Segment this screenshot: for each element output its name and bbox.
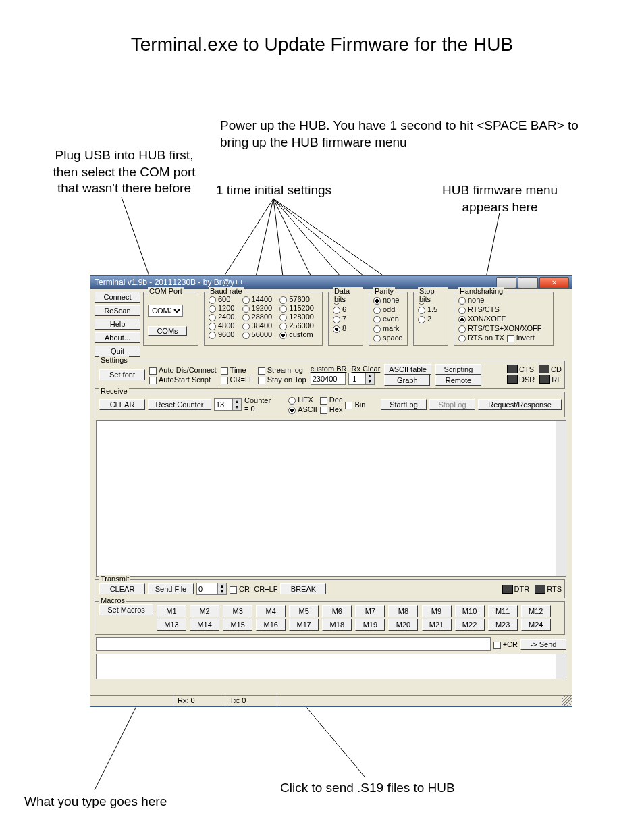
macro-m9[interactable]: M9	[422, 605, 452, 617]
baud-19200[interactable]: 19200	[242, 304, 273, 313]
chk-stayontop[interactable]: Stay on Top	[258, 375, 306, 384]
send-input[interactable]	[96, 637, 491, 651]
macro-m12[interactable]: M12	[521, 605, 551, 617]
macro-m14[interactable]: M14	[190, 619, 219, 631]
rescan-button[interactable]: ReScan	[95, 305, 140, 316]
macro-m3[interactable]: M3	[223, 605, 252, 617]
hs-none[interactable]: none	[458, 295, 550, 305]
macro-m23[interactable]: M23	[488, 619, 518, 631]
macro-m13[interactable]: M13	[157, 619, 186, 631]
baud-9600[interactable]: 9600	[209, 330, 234, 339]
chk-autodis[interactable]: Auto Dis/Connect	[149, 365, 217, 375]
macro-m8[interactable]: M8	[388, 605, 418, 617]
macro-m2[interactable]: M2	[190, 605, 219, 617]
chk-autostart[interactable]: AutoStart Script	[149, 375, 217, 384]
parity-space[interactable]: space	[373, 333, 404, 342]
baud-2400[interactable]: 2400	[209, 313, 234, 321]
tx-num-spin[interactable]: ▲▼	[196, 583, 227, 595]
set-font-button[interactable]: Set font	[99, 369, 145, 380]
send-file-button[interactable]: Send File	[148, 583, 194, 594]
rx-clear-button[interactable]: CLEAR	[99, 399, 145, 410]
ind-dtr[interactable]: DTR	[502, 585, 530, 594]
req-res-button[interactable]: Request/Response	[478, 399, 562, 410]
parity-mark[interactable]: mark	[373, 323, 404, 333]
hs-rts-on-tx[interactable]: RTS on TX	[458, 333, 504, 342]
ascii-table-button[interactable]: ASCII table	[384, 364, 431, 375]
remote-button[interactable]: Remote	[435, 375, 481, 386]
tx-crcrlf[interactable]: CR=CR+LF	[230, 584, 277, 594]
rx-hex2[interactable]: Hex	[320, 405, 343, 414]
baud-4800[interactable]: 4800	[209, 321, 234, 330]
break-button[interactable]: BREAK	[280, 583, 326, 594]
baud-custom[interactable]: custom	[279, 330, 314, 339]
parity-none[interactable]: none	[373, 295, 404, 305]
tx-clear-button[interactable]: CLEAR	[99, 583, 145, 594]
baud-57600[interactable]: 57600	[279, 295, 314, 304]
macro-m11[interactable]: M11	[488, 605, 518, 617]
scripting-button[interactable]: Scripting	[435, 364, 481, 375]
rx-ascii[interactable]: ASCII	[288, 405, 317, 414]
macro-m4[interactable]: M4	[256, 605, 286, 617]
hs-rtscts-xon[interactable]: RTS/CTS+XON/XOFF	[458, 323, 550, 333]
baud-128000[interactable]: 128000	[279, 313, 314, 321]
chk-plus-cr[interactable]: +CR	[493, 640, 518, 649]
parity-odd[interactable]: odd	[373, 305, 404, 314]
rx-dec[interactable]: Dec	[320, 395, 343, 405]
macro-m7[interactable]: M7	[355, 605, 385, 617]
macro-m1[interactable]: M1	[157, 605, 186, 617]
send-button[interactable]: -> Send	[520, 639, 566, 650]
hs-xonxoff[interactable]: XON/XOFF	[458, 314, 550, 323]
quit-button[interactable]: Quit	[95, 346, 140, 357]
baud-256000[interactable]: 256000	[279, 321, 314, 330]
custom-br-spinner[interactable]: ▲▼	[348, 373, 375, 385]
transmit-area[interactable]	[96, 654, 566, 679]
chk-time[interactable]: Time	[221, 365, 254, 375]
stopbits-1.5[interactable]: 1.5	[418, 305, 445, 314]
rx-bin[interactable]: Bin	[345, 400, 365, 409]
coms-button[interactable]: COMs	[148, 326, 187, 336]
set-macros-button[interactable]: Set Macros	[99, 604, 153, 615]
databits-7[interactable]: 7	[333, 314, 360, 323]
minimize-button[interactable]	[496, 277, 516, 288]
baud-14400[interactable]: 14400	[242, 295, 273, 304]
reset-counter-button[interactable]: Reset Counter	[148, 399, 211, 410]
macro-m6[interactable]: M6	[322, 605, 352, 617]
baud-115200[interactable]: 115200	[279, 304, 314, 313]
baud-56000[interactable]: 56000	[242, 330, 273, 339]
chk-streamlog[interactable]: Stream log	[258, 365, 306, 375]
graph-button[interactable]: Graph	[384, 375, 430, 386]
macro-m19[interactable]: M19	[355, 619, 385, 631]
ind-rts[interactable]: RTS	[535, 585, 562, 594]
databits-6[interactable]: 6	[333, 305, 360, 314]
transmit-scrollbar[interactable]	[556, 654, 566, 679]
baud-1200[interactable]: 1200	[209, 304, 234, 313]
hs-invert[interactable]: invert	[507, 333, 535, 342]
about-button[interactable]: About...	[95, 332, 140, 343]
macro-m22[interactable]: M22	[455, 619, 485, 631]
baud-600[interactable]: 600	[209, 295, 234, 304]
connect-button[interactable]: Connect	[95, 292, 140, 303]
close-button[interactable]	[539, 277, 569, 288]
counter-spin[interactable]: ▲▼	[214, 398, 242, 411]
macro-m20[interactable]: M20	[388, 619, 418, 631]
rx-hex[interactable]: HEX	[288, 395, 317, 405]
macro-m15[interactable]: M15	[223, 619, 252, 631]
receive-area[interactable]	[96, 420, 566, 577]
baud-28800[interactable]: 28800	[242, 313, 273, 321]
receive-scrollbar[interactable]	[556, 421, 566, 576]
startlog-button[interactable]: StartLog	[381, 399, 427, 410]
comport-select[interactable]: COM3	[148, 305, 183, 317]
macro-m5[interactable]: M5	[289, 605, 319, 617]
stopbits-2[interactable]: 2	[418, 314, 445, 323]
chk-crlf[interactable]: CR=LF	[221, 375, 254, 384]
macro-m10[interactable]: M10	[455, 605, 485, 617]
resize-grip[interactable]	[562, 696, 572, 706]
macro-m24[interactable]: M24	[521, 619, 551, 631]
macro-m21[interactable]: M21	[422, 619, 452, 631]
macro-m16[interactable]: M16	[256, 619, 286, 631]
macro-m17[interactable]: M17	[289, 619, 319, 631]
maximize-button[interactable]	[518, 277, 538, 288]
stoplog-button[interactable]: StopLog	[429, 399, 475, 410]
hs-rtscts[interactable]: RTS/CTS	[458, 305, 550, 314]
custom-br-input[interactable]	[311, 373, 346, 385]
